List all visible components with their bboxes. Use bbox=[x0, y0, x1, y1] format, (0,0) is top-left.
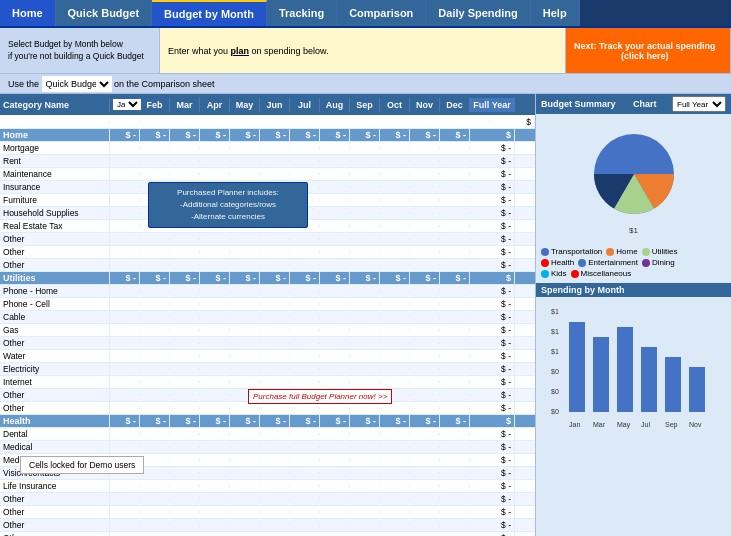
row-gas: Gas $ - bbox=[0, 324, 535, 337]
pie-chart-svg bbox=[584, 124, 684, 224]
month-selector[interactable]: JanFebMar bbox=[113, 99, 141, 110]
col-jan-header[interactable]: JanFebMar bbox=[110, 97, 140, 112]
tab-help[interactable]: Help bbox=[531, 0, 580, 26]
svg-text:$1: $1 bbox=[551, 328, 559, 335]
svg-text:Sep: Sep bbox=[665, 421, 678, 429]
svg-rect-11 bbox=[665, 357, 681, 412]
row-lifeinsurance: Life Insurance$ - bbox=[0, 480, 535, 493]
pie-chart-area: $1 bbox=[536, 114, 731, 244]
svg-text:Jan: Jan bbox=[569, 421, 580, 428]
section-utilities-header: Utilities $ - $ - $ - $ - $ - $ - $ - $ … bbox=[0, 272, 535, 285]
legend-row-3: Kids Miscellaneous bbox=[541, 269, 726, 278]
budget-summary-title: Budget Summary bbox=[541, 99, 616, 109]
row-util-other1: Other $ - bbox=[0, 337, 535, 350]
section-health-header: Health $ - $ - $ - $ - $ - $ - $ - $ - $… bbox=[0, 415, 535, 428]
svg-rect-8 bbox=[593, 337, 609, 412]
row-mortgage: Mortgage $ - bbox=[0, 142, 535, 155]
col-oct: Oct bbox=[380, 98, 410, 112]
svg-rect-7 bbox=[569, 322, 585, 412]
row-medical: Medical$ - bbox=[0, 441, 535, 454]
row-health-other4: Other$ - bbox=[0, 532, 535, 536]
legend-entertainment: Entertainment bbox=[578, 258, 638, 267]
chart-label: Chart bbox=[633, 99, 657, 109]
svg-text:May: May bbox=[617, 421, 631, 429]
row-water: Water $ - bbox=[0, 350, 535, 363]
col-mar: Mar bbox=[170, 98, 200, 112]
row-rent: Rent $ - bbox=[0, 155, 535, 168]
right-panel: Budget Summary Chart Full YearJanFeb $1 bbox=[536, 94, 731, 536]
col-may: May bbox=[230, 98, 260, 112]
col-nov: Nov bbox=[410, 98, 440, 112]
instr-left: Select Budget by Month belowif you're no… bbox=[0, 28, 160, 73]
row-cable: Cable $ - bbox=[0, 311, 535, 324]
row-dental: Dental$ - bbox=[0, 428, 535, 441]
use-label: Use the bbox=[8, 79, 39, 89]
cells-locked-health: Cells locked for Demo users bbox=[20, 456, 144, 474]
col-dec: Dec bbox=[440, 98, 470, 112]
row-home-other2: Other $ - bbox=[0, 246, 535, 259]
row-internet: Internet $ - bbox=[0, 376, 535, 389]
svg-text:$1: $1 bbox=[551, 348, 559, 355]
legend-kids: Kids bbox=[541, 269, 567, 278]
legend-row-1: Transportation Home Utilities bbox=[541, 247, 726, 256]
svg-text:Jul: Jul bbox=[641, 421, 650, 428]
row-health-other2: Other$ - bbox=[0, 506, 535, 519]
row-electricity: Electricity $ - bbox=[0, 363, 535, 376]
col-apr: Apr bbox=[200, 98, 230, 112]
main-layout: Category Name JanFebMar Feb Mar Apr May … bbox=[0, 94, 731, 536]
legend-utilities: Utilities bbox=[642, 247, 678, 256]
svg-rect-12 bbox=[689, 367, 705, 412]
row-home-other1: Other $ - bbox=[0, 233, 535, 246]
instruction-bar: Select Budget by Month belowif you're no… bbox=[0, 28, 731, 74]
legend-health: Health bbox=[541, 258, 574, 267]
app-container: Home Quick Budget Budget by Month Tracki… bbox=[0, 0, 731, 536]
tab-bar: Home Quick Budget Budget by Month Tracki… bbox=[0, 0, 731, 28]
sheet-header: Category Name JanFebMar Feb Mar Apr May … bbox=[0, 94, 535, 116]
legend-row-2: Health Entertainment Dining bbox=[541, 258, 726, 267]
svg-text:$1: $1 bbox=[551, 308, 559, 315]
svg-text:$0: $0 bbox=[551, 388, 559, 395]
bar-chart-svg: $1 $1 $1 $0 $0 $0 Jan Mar May bbox=[541, 302, 721, 432]
use-row: Use the Quick Budget on the Comparison s… bbox=[0, 74, 731, 94]
legend-home: Home bbox=[606, 247, 637, 256]
spreadsheet: Category Name JanFebMar Feb Mar Apr May … bbox=[0, 94, 536, 536]
chart-period-select[interactable]: Full YearJanFeb bbox=[672, 96, 726, 112]
tab-tracking[interactable]: Tracking bbox=[267, 0, 337, 26]
row-home-other3: Other $ - bbox=[0, 259, 535, 272]
row-maintenance: Maintenance $ - bbox=[0, 168, 535, 181]
col-aug: Aug bbox=[320, 98, 350, 112]
instr-right[interactable]: Next: Track your actual spending(click h… bbox=[566, 28, 731, 73]
budget-summary-header: Budget Summary Chart Full YearJanFeb bbox=[536, 94, 731, 114]
empty-row: $ bbox=[0, 116, 535, 129]
legend-area: Transportation Home Utilities Health bbox=[536, 244, 731, 283]
tab-dailyspending[interactable]: Daily Spending bbox=[426, 0, 530, 26]
tab-quickbudget[interactable]: Quick Budget bbox=[56, 0, 153, 26]
row-phonecell: Phone - Cell $ - bbox=[0, 298, 535, 311]
legend-transportation: Transportation bbox=[541, 247, 602, 256]
col-category: Category Name bbox=[0, 98, 110, 112]
row-health-other3: Other$ - bbox=[0, 519, 535, 532]
spending-by-month-area: $1 $1 $1 $0 $0 $0 Jan Mar May bbox=[536, 297, 731, 437]
tab-home[interactable]: Home bbox=[0, 0, 56, 26]
svg-text:Nov: Nov bbox=[689, 421, 702, 428]
instr-middle: Enter what you plan on spending below. bbox=[160, 28, 566, 73]
col-jun: Jun bbox=[260, 98, 290, 112]
col-feb: Feb bbox=[140, 98, 170, 112]
tab-bymonth[interactable]: Budget by Month bbox=[152, 0, 267, 26]
row-phonehome: Phone - Home $ - bbox=[0, 285, 535, 298]
svg-text:$0: $0 bbox=[551, 368, 559, 375]
legend-miscellaneous: Miscellaneous bbox=[571, 269, 632, 278]
purchase-popup[interactable]: Purchase full Budget Planner now! >> bbox=[248, 389, 392, 404]
section-home-header: Home $ - $ - $ - $ - $ - $ - $ - $ - $ -… bbox=[0, 129, 535, 142]
use-suffix: on the Comparison sheet bbox=[114, 79, 215, 89]
svg-text:$0: $0 bbox=[551, 408, 559, 415]
row-health-other1: Other$ - bbox=[0, 493, 535, 506]
col-jul: Jul bbox=[290, 98, 320, 112]
tab-comparison[interactable]: Comparison bbox=[337, 0, 426, 26]
svg-text:Mar: Mar bbox=[593, 421, 606, 428]
budget-type-select[interactable]: Quick Budget bbox=[42, 76, 112, 92]
pie-value-label: $1 bbox=[629, 226, 638, 235]
spending-by-month-header: Spending by Month bbox=[536, 283, 731, 297]
svg-rect-9 bbox=[617, 327, 633, 412]
col-sep: Sep bbox=[350, 98, 380, 112]
